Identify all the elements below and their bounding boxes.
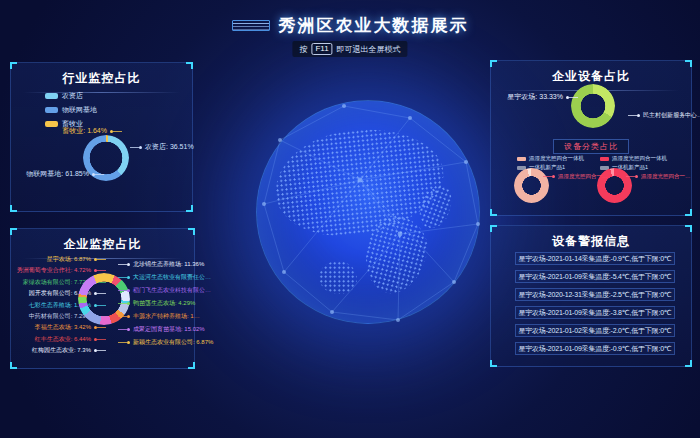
enterprise-right-labels: 北珍锦生态养殖场: 11.36% 大运河生态牧业有限责任公… 稻门飞生态农业科技… bbox=[127, 260, 213, 347]
legend-label: 物联网基地 bbox=[62, 105, 97, 115]
enterprise-monitor-panel: 企业监控占比 星宇农场: 6.87% 秀洲葡萄专业合作社: 4.72% 家绿农场… bbox=[10, 228, 195, 369]
industry-panel-title: 行业监控占比 bbox=[11, 70, 192, 87]
alarm-row: 星宇农场-2021-01-09采集温度:-5.4℃,低于下限:0℃ bbox=[515, 270, 675, 283]
callout-dot-icon bbox=[127, 276, 130, 279]
callout-dot-icon bbox=[94, 349, 97, 352]
legend-item: 温湿度光照四合一体机 bbox=[600, 155, 667, 162]
classification-donut-left bbox=[514, 168, 549, 203]
callout-dot-icon bbox=[94, 338, 97, 341]
legend-item: 物联网基地 bbox=[45, 105, 97, 115]
callout-dot-icon bbox=[637, 114, 640, 117]
legend-item: 温湿度光照四合一体机 bbox=[517, 155, 584, 162]
enterprise-label: 新颖生态农业有限公司: 6.87% bbox=[127, 338, 213, 347]
enterprise-label: 北珍锦生态养殖场: 11.36% bbox=[127, 260, 204, 269]
f11-key-badge: F11 bbox=[311, 43, 332, 55]
device-callout: 民主村创新服务中心… bbox=[637, 111, 700, 120]
enterprise-donut-chart bbox=[78, 273, 130, 325]
page-title: 秀洲区农业大数据展示 bbox=[279, 14, 469, 37]
classification-section-title: 设备分类占比 bbox=[553, 139, 629, 154]
hint-suffix: 即可退出全屏模式 bbox=[337, 44, 401, 55]
callout-dot-icon bbox=[566, 96, 569, 99]
enterprise-label: 鸭苗荡生态农场: 4.29% bbox=[127, 299, 195, 308]
enterprise-label: 红丰生态农业: 6.44% bbox=[35, 335, 97, 344]
enterprise-label: 星宇农场: 6.87% bbox=[47, 255, 97, 264]
callout-dot-icon bbox=[635, 175, 638, 178]
callout-dot-icon bbox=[110, 130, 113, 133]
globe-visualization bbox=[256, 100, 480, 324]
classification-callout: 温湿度光照四合一… bbox=[635, 173, 691, 180]
callout-dot-icon bbox=[127, 263, 130, 266]
industry-callout: 农资店: 36.51% bbox=[139, 142, 194, 152]
classification-callout: 温湿度光照四合一… bbox=[552, 173, 608, 180]
alarm-row: 星宇农场-2021-01-14采集温度:-0.9℃,低于下限:0℃ bbox=[515, 252, 675, 265]
industry-callout: 物联网基地: 61.85% bbox=[19, 169, 95, 179]
alarm-row: 星宇农场-2020-12-31采集温度:-2.5℃,低于下限:0℃ bbox=[515, 288, 675, 301]
industry-legend: 农资店 物联网基地 畜牧业 bbox=[45, 91, 97, 129]
device-panel-title: 企业设备占比 bbox=[491, 68, 691, 85]
callout-dot-icon bbox=[94, 269, 97, 272]
callout-dot-icon bbox=[127, 328, 130, 331]
callout-dot-icon bbox=[139, 146, 142, 149]
enterprise-label: 丰源水产特种养殖场: 1… bbox=[127, 312, 200, 321]
alarm-panel-title: 设备警报信息 bbox=[491, 233, 691, 250]
device-ratio-panel: 企业设备占比 星宇农场: 33.33% 民主村创新服务中心… 设备分类占比 温湿… bbox=[490, 60, 692, 216]
hint-prefix: 按 bbox=[299, 44, 307, 55]
enterprise-label: 秀洲葡萄专业合作社: 4.72% bbox=[17, 266, 97, 275]
alarm-row: 星宇农场-2021-01-09采集温度:-3.8℃,低于下限:0℃ bbox=[515, 306, 675, 319]
device-callout: 星宇农场: 33.33% bbox=[495, 92, 569, 102]
device-donut-chart bbox=[571, 84, 615, 128]
callout-dot-icon bbox=[127, 302, 130, 305]
enterprise-panel-title: 企业监控占比 bbox=[11, 236, 194, 253]
brand-logo-icon bbox=[232, 20, 270, 31]
enterprise-label: 李福生态农场: 3.42% bbox=[35, 323, 97, 332]
legend-swatch-icon bbox=[45, 107, 58, 113]
callout-dot-icon bbox=[127, 315, 130, 318]
fullscreen-hint: 按 F11 即可退出全屏模式 bbox=[292, 41, 407, 57]
callout-dot-icon bbox=[552, 175, 555, 178]
alarm-row: 星宇农场-2021-01-09采集温度:-0.9℃,低于下限:0℃ bbox=[515, 342, 675, 355]
callout-dot-icon bbox=[92, 173, 95, 176]
legend-swatch-icon bbox=[600, 157, 609, 161]
legend-label: 农资店 bbox=[62, 91, 83, 101]
globe-network-mesh bbox=[240, 84, 496, 340]
enterprise-label: 稻门飞生态农业科技有限公… bbox=[127, 286, 211, 295]
industry-monitor-panel: 行业监控占比 农资店 物联网基地 畜牧业 畜牧业 bbox=[10, 62, 193, 212]
alarm-row: 星宇农场-2021-01-02采集温度:-2.0℃,低于下限:0℃ bbox=[515, 324, 675, 337]
dashboard: 秀洲区农业大数据展示 按 F11 即可退出全屏模式 bbox=[0, 0, 700, 438]
legend-swatch-icon bbox=[45, 93, 58, 99]
legend-swatch-icon bbox=[517, 157, 526, 161]
header: 秀洲区农业大数据展示 bbox=[0, 14, 700, 37]
legend-item: 农资店 bbox=[45, 91, 97, 101]
alarm-list: 星宇农场-2021-01-14采集温度:-0.9℃,低于下限:0℃ 星宇农场-2… bbox=[515, 252, 675, 355]
enterprise-label: 大运河生态牧业有限责任公… bbox=[127, 273, 211, 282]
callout-dot-icon bbox=[127, 341, 130, 344]
callout-dot-icon bbox=[127, 289, 130, 292]
callout-dot-icon bbox=[94, 326, 97, 329]
industry-callout: 畜牧业: 1.64% bbox=[25, 126, 113, 136]
enterprise-label: 成聚定国育苗基地: 15.02% bbox=[127, 325, 205, 334]
enterprise-label: 红梅园生态农业: 7.3% bbox=[32, 346, 97, 355]
callout-dot-icon bbox=[94, 258, 97, 261]
device-alarm-panel: 设备警报信息 星宇农场-2021-01-14采集温度:-0.9℃,低于下限:0℃… bbox=[490, 225, 692, 367]
